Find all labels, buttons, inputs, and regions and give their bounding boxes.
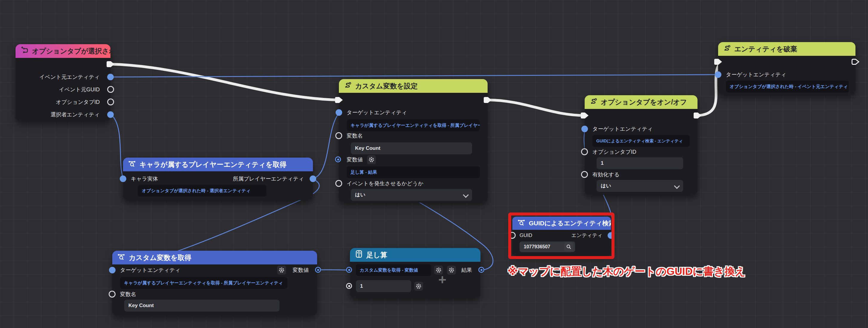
node-set-custom-variable[interactable]: カスタム変数を設定 ターゲットエンティティ キャラが属するプレイヤーエンティティ… xyxy=(339,79,488,203)
tab-id-port[interactable] xyxy=(581,148,588,155)
result-label: 結果 xyxy=(461,266,472,274)
result-port[interactable] xyxy=(478,267,484,273)
node-option-tab-selected[interactable]: オプションタブが選択された時 イベント元エンティティ イベント元GUID オプシ… xyxy=(16,44,111,121)
target-entity-label: ターゲットエンティティ xyxy=(120,266,180,274)
varname-input[interactable]: Key Count xyxy=(124,300,279,311)
exec-out-port-unconnected[interactable] xyxy=(850,58,861,67)
enable-label: 有効化する xyxy=(592,171,620,178)
varvalue-link[interactable]: 足し算 - 結果 xyxy=(347,166,480,178)
varname-input[interactable]: Key Count xyxy=(351,142,472,154)
target-entity-link[interactable]: GUIDによるエンティティ検索 - エンティティ xyxy=(592,135,690,147)
varvalue-type-gear-button[interactable] xyxy=(277,266,286,274)
signal-icon xyxy=(344,81,352,91)
node-header[interactable]: カスタム変数を取得 xyxy=(112,251,317,264)
exec-in-port[interactable] xyxy=(580,111,590,121)
node-get-player-entity[interactable]: キャラが属するプレイヤーエンティティを取得 キャラ実体 所属プレイヤーエンティテ… xyxy=(123,158,313,200)
target-entity-label: ターゲットエンティティ xyxy=(592,125,653,133)
chara-entity-port[interactable] xyxy=(120,175,126,182)
node-header[interactable]: オプションタブをオン/オフ xyxy=(585,95,698,109)
raise-event-port[interactable] xyxy=(335,180,342,187)
target-entity-port[interactable] xyxy=(581,126,588,132)
node-title: キャラが属するプレイヤーエンティティを取得 xyxy=(140,160,286,169)
node-title: カスタム変数を取得 xyxy=(129,253,191,262)
raise-event-dropdown[interactable]: はい xyxy=(351,189,472,201)
target-entity-label: ターゲットエンティティ xyxy=(347,109,407,117)
exec-in-port[interactable] xyxy=(713,58,723,67)
wire-player-to-setvar-target xyxy=(312,112,340,179)
tab-id-input[interactable]: 1 xyxy=(597,157,683,169)
node-header[interactable]: カスタム変数を設定 xyxy=(339,79,488,93)
target-entity-link[interactable]: キャラが属するプレイヤーエンティティを取得 - 所属プレイヤーエンティティ xyxy=(347,120,480,131)
exec-out-port[interactable] xyxy=(105,60,116,69)
node-header[interactable]: 足し算 xyxy=(350,248,480,262)
varname-port[interactable] xyxy=(109,291,116,298)
signal-icon xyxy=(723,44,731,54)
src-entity-port[interactable] xyxy=(107,74,114,80)
addend2-type-gear-button[interactable] xyxy=(414,282,423,291)
target-entity-port[interactable] xyxy=(336,109,342,116)
node-title: エンティティを破棄 xyxy=(734,44,797,54)
target-entity-link[interactable]: オプションタブが選択された時 - イベント元エンティティ xyxy=(726,80,849,93)
target-entity-label: ターゲットエンティティ xyxy=(726,71,786,78)
varname-label: 変数名 xyxy=(120,290,136,298)
out-label-selector: 選択者エンティティ xyxy=(22,111,100,119)
target-entity-link[interactable]: キャラが属するプレイヤーエンティティを取得 - 所属プレイヤーエンティティ xyxy=(120,277,287,289)
tab-id-label: オプションタブID xyxy=(592,148,636,156)
node-title: 足し算 xyxy=(366,251,387,260)
event-loop-icon xyxy=(20,46,29,56)
out-label-src-entity: イベント元エンティティ xyxy=(22,73,100,81)
node-header[interactable]: キャラが属するプレイヤーエンティティを取得 xyxy=(123,158,313,171)
target-entity-port[interactable] xyxy=(109,267,116,273)
exec-out-port[interactable] xyxy=(692,111,703,121)
node-title: オプションタブが選択された時 xyxy=(32,46,111,56)
exec-out-port[interactable] xyxy=(483,96,493,105)
varvalue-type-gear-button[interactable] xyxy=(367,155,376,164)
red-highlight-border xyxy=(508,212,615,259)
result-type-gear-button[interactable] xyxy=(447,266,456,274)
wire-getvar-to-add xyxy=(316,270,350,270)
node-destroy-entity[interactable]: エンティティを破棄 ターゲットエンティティ オプションタブが選択された時 - イ… xyxy=(718,42,856,95)
node-title: カスタム変数を設定 xyxy=(355,81,418,91)
chara-entity-link[interactable]: オプションタブが選択された時 - 選択者エンティティ xyxy=(138,185,266,197)
out-label-src-guid: イベント元GUID xyxy=(22,86,100,93)
plus-operator-icon: + xyxy=(438,274,446,286)
player-entity-port[interactable] xyxy=(310,175,316,182)
addend1-type-gear-button[interactable] xyxy=(434,266,443,274)
query-icon xyxy=(117,253,125,263)
exec-in-port[interactable] xyxy=(334,96,344,105)
enable-port[interactable] xyxy=(581,171,588,178)
tab-id-port[interactable] xyxy=(107,98,114,105)
node-header[interactable]: エンティティを破棄 xyxy=(718,42,856,56)
addend1-link[interactable]: カスタム変数を取得 - 変数値 xyxy=(356,264,431,276)
enable-dropdown[interactable]: はい xyxy=(597,180,683,192)
signal-icon xyxy=(589,98,597,107)
addend2-port[interactable] xyxy=(346,283,352,289)
varvalue-port[interactable] xyxy=(335,156,341,162)
chara-entity-label: キャラ実体 xyxy=(131,175,158,183)
addend1-port[interactable] xyxy=(346,267,352,273)
raise-event-label: イベントを発生させるかどうか xyxy=(347,180,424,188)
node-toggle-option-tab[interactable]: オプションタブをオン/オフ ターゲットエンティティ GUIDによるエンティティ検… xyxy=(585,95,698,195)
varvalue-out-port[interactable] xyxy=(315,267,321,273)
addend2-input[interactable]: 1 xyxy=(356,280,411,292)
player-entity-label: 所属プレイヤーエンティティ xyxy=(213,175,304,183)
out-label-tab-id: オプションタブID xyxy=(22,98,100,106)
wire-exec-setvar-to-toggle xyxy=(487,100,585,116)
varname-label: 変数名 xyxy=(347,132,363,140)
node-header[interactable]: オプションタブが選択された時 xyxy=(16,44,111,58)
target-entity-port[interactable] xyxy=(715,71,721,78)
node-get-custom-variable[interactable]: カスタム変数を取得 ターゲットエンティティ 変数値 キャラが属するプレイヤーエン… xyxy=(112,251,317,316)
node-addition[interactable]: 足し算 カスタム変数を取得 - 変数値 結果 + 1 xyxy=(350,248,480,298)
node-graph-canvas[interactable]: オプションタブが選択された時 イベント元エンティティ イベント元GUID オプシ… xyxy=(0,0,868,328)
varname-port[interactable] xyxy=(335,132,342,139)
selector-entity-port[interactable] xyxy=(107,111,114,118)
red-annotation-note: ※マップに配置した木のゲートのGUIDに書き換え xyxy=(507,264,746,278)
wire-exec-event-to-setvar xyxy=(111,64,340,100)
src-guid-port[interactable] xyxy=(107,86,114,93)
wire-selector-to-chara xyxy=(111,114,124,179)
node-title: オプションタブをオン/オフ xyxy=(601,98,687,107)
calculator-icon xyxy=(355,250,363,260)
varvalue-out-label: 変数値 xyxy=(292,266,309,274)
varvalue-label: 変数値 xyxy=(347,156,363,164)
query-icon xyxy=(128,160,136,169)
